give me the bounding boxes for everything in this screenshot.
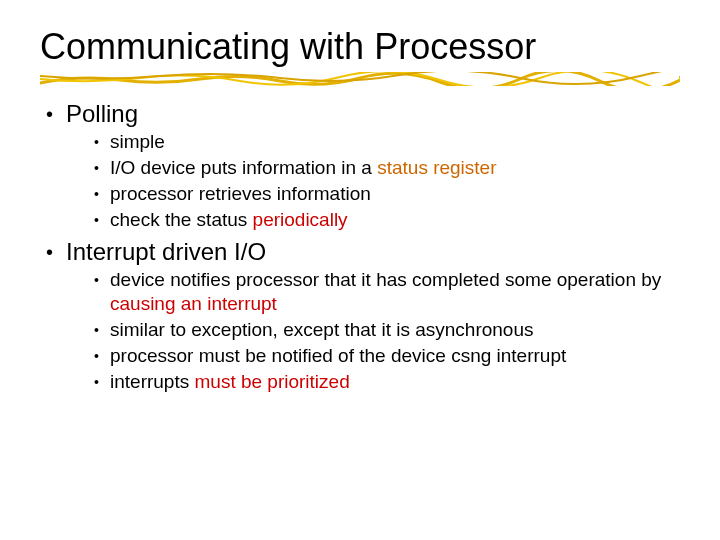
- bullet-list: Polling simple I/O device puts informati…: [40, 100, 680, 394]
- list-item: device notifies processor that it has co…: [94, 268, 680, 316]
- item-text: processor must be notified of the device…: [110, 345, 566, 366]
- item-text: I/O device puts information in a status …: [110, 157, 497, 178]
- interrupt-sublist: device notifies processor that it has co…: [66, 268, 680, 394]
- list-item: check the status periodically: [94, 208, 680, 232]
- slide-title: Communicating with Processor: [40, 28, 680, 66]
- item-text: processor retrieves information: [110, 183, 371, 204]
- section-heading: Polling: [66, 100, 138, 127]
- item-text: interrupts must be prioritized: [110, 371, 350, 392]
- item-text: similar to exception, except that it is …: [110, 319, 533, 340]
- list-item: I/O device puts information in a status …: [94, 156, 680, 180]
- list-item: similar to exception, except that it is …: [94, 318, 680, 342]
- list-item: simple: [94, 130, 680, 154]
- title-underline-icon: [40, 72, 680, 86]
- slide: Communicating with Processor Polling sim…: [0, 0, 720, 540]
- item-text: simple: [110, 131, 165, 152]
- section-interrupt: Interrupt driven I/O device notifies pro…: [44, 238, 680, 394]
- item-text: device notifies processor that it has co…: [110, 269, 661, 314]
- list-item: interrupts must be prioritized: [94, 370, 680, 394]
- section-heading: Interrupt driven I/O: [66, 238, 266, 265]
- list-item: processor retrieves information: [94, 182, 680, 206]
- section-polling: Polling simple I/O device puts informati…: [44, 100, 680, 232]
- list-item: processor must be notified of the device…: [94, 344, 680, 368]
- polling-sublist: simple I/O device puts information in a …: [66, 130, 680, 232]
- item-text: check the status periodically: [110, 209, 348, 230]
